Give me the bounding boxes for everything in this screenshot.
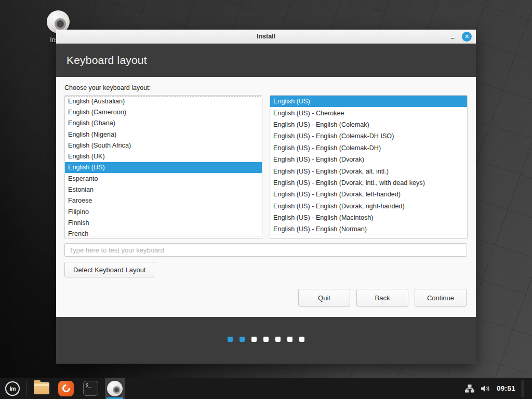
list-item[interactable]: Filipino bbox=[65, 206, 262, 217]
taskbar-separator bbox=[26, 381, 26, 396]
folder-icon bbox=[34, 382, 49, 394]
list-item[interactable]: English (US) bbox=[65, 162, 262, 173]
mint-menu-button[interactable]: lm bbox=[2, 378, 23, 399]
list-item[interactable]: Finnish bbox=[65, 217, 262, 228]
list-item[interactable]: Esperanto bbox=[65, 173, 262, 184]
installer-task-button[interactable] bbox=[105, 378, 125, 399]
window-title: Install bbox=[257, 33, 275, 40]
step-progress-dots bbox=[228, 337, 304, 342]
page-header: Keyboard layout bbox=[56, 44, 476, 77]
terminal-launcher[interactable]: $_ bbox=[81, 378, 100, 399]
progress-dot bbox=[275, 337, 281, 342]
list-item[interactable]: English (US) - English (Dvorak) bbox=[270, 154, 467, 165]
progress-dot bbox=[228, 337, 233, 342]
list-item[interactable]: English (US) - English (Dvorak, left-han… bbox=[270, 189, 467, 200]
list-item[interactable]: English (Cameroon) bbox=[65, 107, 262, 117]
list-item[interactable]: English (US) - Cherokee bbox=[270, 107, 467, 118]
list-item[interactable]: English (US) - English (Dvorak, alt. int… bbox=[270, 165, 467, 177]
list-item[interactable]: English (US) - English (Dvorak, right-ha… bbox=[270, 201, 467, 212]
clock[interactable]: 09:51 bbox=[497, 384, 515, 392]
list-item[interactable]: English (US) bbox=[270, 96, 467, 107]
keyboard-variant-list[interactable]: English (US)English (US) - CherokeeEngli… bbox=[270, 95, 468, 239]
keyboard-test-input[interactable] bbox=[64, 243, 467, 257]
progress-dot bbox=[287, 337, 292, 342]
progress-dot bbox=[240, 337, 245, 342]
detect-keyboard-layout-button[interactable]: Detect Keyboard Layout bbox=[64, 262, 154, 277]
content-area: Choose your keyboard layout: English (Au… bbox=[56, 77, 476, 317]
window-titlebar[interactable]: Install – ✕ bbox=[56, 30, 476, 44]
list-item[interactable]: English (US) - English (US-Symbolic) bbox=[270, 235, 467, 239]
volume-icon[interactable] bbox=[481, 384, 490, 393]
file-manager-launcher[interactable] bbox=[32, 378, 51, 399]
taskbar: lm $_ bbox=[0, 378, 532, 399]
list-item[interactable]: English (Nigeria) bbox=[65, 129, 262, 140]
list-item[interactable]: English (US) - English (Dvorak, intl., w… bbox=[270, 177, 467, 189]
progress-dot bbox=[251, 337, 257, 342]
list-item[interactable]: English (US) - English (Colemak-DH ISO) bbox=[270, 130, 467, 142]
network-icon[interactable] bbox=[465, 384, 474, 393]
close-button[interactable]: ✕ bbox=[462, 32, 472, 42]
progress-dot bbox=[263, 337, 269, 342]
list-item[interactable]: Faroese bbox=[65, 195, 262, 206]
show-desktop-button[interactable] bbox=[522, 380, 524, 397]
firefox-icon bbox=[58, 381, 74, 396]
list-item[interactable]: Estonian bbox=[65, 184, 262, 195]
page-title: Keyboard layout bbox=[66, 54, 147, 66]
choose-layout-label: Choose your keyboard layout: bbox=[64, 84, 468, 91]
installer-cd-icon bbox=[107, 381, 123, 396]
progress-dot bbox=[299, 337, 304, 342]
minimize-button[interactable]: – bbox=[448, 32, 457, 41]
list-item[interactable]: English (South Africa) bbox=[65, 140, 262, 151]
firefox-launcher[interactable] bbox=[56, 378, 76, 399]
terminal-icon: $_ bbox=[83, 381, 98, 396]
list-item[interactable]: English (UK) bbox=[65, 151, 262, 162]
list-item[interactable]: French bbox=[65, 229, 262, 239]
list-item[interactable]: English (Australian) bbox=[65, 96, 262, 107]
list-item[interactable]: English (US) - English (Colemak-DH) bbox=[270, 142, 467, 154]
quit-button[interactable]: Quit bbox=[298, 289, 350, 307]
list-item[interactable]: English (US) - English (Colemak) bbox=[270, 119, 467, 130]
back-button[interactable]: Back bbox=[356, 289, 408, 307]
list-item[interactable]: English (Ghana) bbox=[65, 118, 262, 129]
progress-footer bbox=[56, 317, 476, 364]
keyboard-layout-list[interactable]: English (Australian)English (Cameroon)En… bbox=[64, 95, 262, 239]
mint-logo-icon: lm bbox=[5, 381, 20, 396]
list-item[interactable]: English (US) - English (Macintosh) bbox=[270, 212, 467, 223]
list-item[interactable]: English (US) - English (Norman) bbox=[270, 223, 467, 235]
install-window: Install – ✕ Keyboard layout Choose your … bbox=[56, 30, 476, 364]
continue-button[interactable]: Continue bbox=[415, 289, 467, 307]
